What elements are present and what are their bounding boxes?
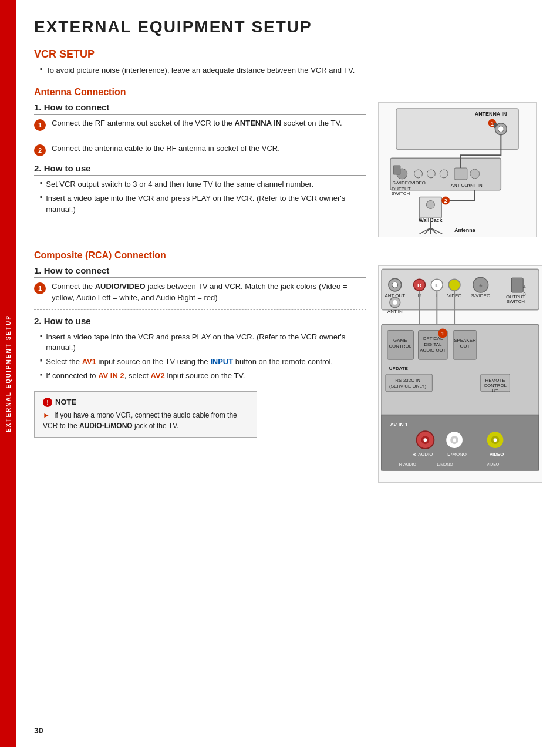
composite-use-bullet3: If connected to AV IN 2, select AV2 inpu…: [34, 371, 366, 382]
svg-point-10: [414, 170, 423, 178]
av2-highlight: AV2: [151, 371, 165, 380]
svg-text:(SERVICE ONLY): (SERVICE ONLY): [389, 383, 427, 389]
main-content: EXTERNAL EQUIPMENT SETUP VCR SETUP To av…: [16, 0, 560, 747]
svg-text:VIDEO: VIDEO: [490, 452, 504, 457]
composite-use-text1: Insert a video tape into the VCR and pre…: [46, 332, 366, 354]
svg-text:R: R: [417, 282, 421, 288]
svg-text:SWITCH: SWITCH: [507, 299, 525, 304]
input-highlight: INPUT: [210, 357, 233, 366]
composite-use-text2: Select the AV1 input source on the TV us…: [46, 356, 333, 368]
svg-text:/MONO: /MONO: [439, 462, 453, 466]
composite-heading: Composite (RCA) Connection: [34, 250, 542, 261]
vcr-intro-text: To avoid picture noise (interference), l…: [46, 65, 355, 76]
rca-svg: ANT OUT R R L L VIDEO: [379, 266, 542, 482]
note-icon: !: [43, 398, 52, 407]
rca-diagram: ANT OUT R R L L VIDEO: [378, 265, 542, 483]
sidebar-tab: EXTERNAL EQUIPMENT SETUP: [0, 0, 16, 747]
svg-text:S-VIDEO: S-VIDEO: [471, 293, 490, 298]
svg-point-16: [470, 169, 480, 179]
antenna-use-bullet1: Set VCR output switch to 3 or 4 and then…: [34, 179, 366, 190]
svg-point-48: [393, 300, 397, 305]
svg-text:UT: UT: [492, 388, 498, 393]
antenna-step2: 2 Connect the antenna cable to the RF an…: [34, 143, 366, 156]
antenna-use-text1: Set VCR output switch to 3 or 4 and then…: [46, 179, 313, 190]
sidebar-tab-label: EXTERNAL EQUIPMENT SETUP: [5, 315, 12, 432]
svg-text:⊕: ⊕: [479, 284, 483, 288]
svg-rect-50: [511, 278, 523, 292]
svg-line-30: [430, 228, 442, 234]
svg-text:VIDEO: VIDEO: [411, 180, 426, 186]
antenna-diagram-col: ANTENNA IN 1 S-VIDE: [378, 102, 542, 237]
svg-text:DIGITAL: DIGITAL: [424, 342, 442, 347]
svg-rect-18: [393, 166, 400, 174]
vcr-setup-heading: VCR SETUP: [34, 48, 542, 60]
svg-point-88: [494, 438, 497, 442]
composite-step1-text: Connect the AUDIO/VIDEO jacks between TV…: [52, 281, 366, 304]
svg-text:CONTROL: CONTROL: [389, 344, 411, 349]
antenna-diagram: ANTENNA IN 1 S-VIDE: [378, 102, 537, 237]
composite-connect-heading: 1. How to connect: [34, 265, 366, 278]
svg-text:VIDEO: VIDEO: [487, 462, 500, 466]
antenna-left-col: 1. How to connect 1 Connect the RF anten…: [34, 102, 366, 218]
antenna-step1-text: Connect the RF antenna out socket of the…: [52, 118, 342, 129]
svg-point-34: [392, 282, 398, 288]
step-number-1: 1: [34, 119, 46, 131]
svg-text:1: 1: [441, 331, 444, 337]
svg-text:REMOTE: REMOTE: [485, 378, 505, 383]
composite-use-bullet2: Select the AV1 input source on the TV us…: [34, 356, 366, 368]
note-text: ► If you have a mono VCR, connect the au…: [43, 410, 248, 431]
svg-text:AUDIO OUT: AUDIO OUT: [420, 348, 446, 353]
composite-step-number-1: 1: [34, 282, 46, 294]
vcr-intro-bullet: To avoid picture noise (interference), l…: [34, 65, 542, 76]
svg-point-82: [423, 438, 427, 442]
svg-text:ANTENNA IN: ANTENNA IN: [475, 111, 507, 117]
svg-text:4: 4: [523, 284, 526, 290]
note-label: NOTE: [55, 398, 76, 406]
svg-point-42: [448, 279, 460, 291]
svg-text:L: L: [435, 282, 438, 288]
svg-text:-AUDIO-: -AUDIO-: [402, 462, 418, 466]
svg-text:RS-232C IN: RS-232C IN: [395, 378, 420, 383]
svg-text:GAME: GAME: [393, 338, 407, 343]
note-title: ! NOTE: [43, 398, 248, 407]
antenna-use-heading: 2. How to use: [34, 163, 366, 176]
svg-rect-14: [454, 168, 467, 180]
svg-point-3: [498, 126, 504, 132]
composite-use-text3: If connected to AV IN 2, select AV2 inpu…: [46, 371, 245, 382]
svg-text:SPEAKER: SPEAKER: [454, 338, 476, 343]
svg-text:CONTROL: CONTROL: [484, 383, 507, 388]
svg-text:SWITCH: SWITCH: [392, 190, 410, 196]
svg-text:AV IN 1: AV IN 1: [390, 422, 408, 428]
rca-diagram-col: ANT OUT R R L L VIDEO: [378, 265, 542, 483]
svg-text:1: 1: [491, 121, 494, 127]
svg-point-12: [427, 170, 435, 178]
composite-section: 1. How to connect 1 Connect the AUDIO/VI…: [34, 265, 542, 483]
antenna-step2-text: Connect the antenna cable to the RF ante…: [52, 143, 280, 154]
antenna-step1: 1 Connect the RF antenna out socket of t…: [34, 118, 366, 131]
svg-text:OUT: OUT: [460, 344, 470, 349]
svg-text:Antenna: Antenna: [454, 227, 476, 233]
composite-step1: 1 Connect the AUDIO/VIDEO jacks between …: [34, 281, 366, 304]
svg-text:ANT IN: ANT IN: [467, 183, 483, 188]
svg-point-22: [426, 200, 434, 208]
svg-text:-AUDIO-: -AUDIO-: [417, 452, 435, 457]
svg-text:UPDATE: UPDATE: [389, 366, 408, 371]
svg-text:R: R: [413, 452, 416, 457]
svg-text:S-VIDEO: S-VIDEO: [393, 180, 412, 186]
svg-point-85: [453, 438, 456, 442]
composite-left-col: 1. How to connect 1 Connect the AUDIO/VI…: [34, 265, 366, 438]
svg-text:/MONO: /MONO: [451, 452, 467, 457]
antenna-connection-heading: Antenna Connection: [34, 87, 542, 97]
composite-use-bullet1: Insert a video tape into the VCR and pre…: [34, 332, 366, 354]
page-container: EXTERNAL EQUIPMENT SETUP EXTERNAL EQUIPM…: [0, 0, 560, 747]
svg-text:2: 2: [444, 198, 447, 204]
svg-text:ANT IN: ANT IN: [387, 309, 403, 314]
svg-point-13: [440, 170, 448, 178]
page-title: EXTERNAL EQUIPMENT SETUP: [34, 18, 542, 36]
antenna-section: 1. How to connect 1 Connect the RF anten…: [34, 102, 542, 237]
note-box: ! NOTE ► If you have a mono VCR, connect…: [34, 391, 257, 438]
antenna-svg: ANTENNA IN 1 S-VIDE: [379, 103, 536, 237]
svg-text:L: L: [447, 452, 450, 457]
avin2-highlight: AV IN 2: [98, 371, 124, 380]
page-number: 30: [34, 726, 43, 735]
